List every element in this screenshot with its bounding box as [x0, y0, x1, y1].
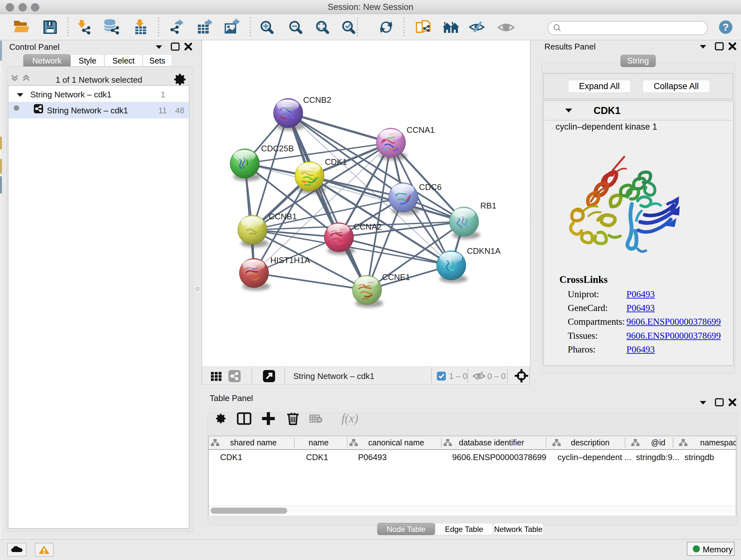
svg-text:CCNB2: CCNB2 [303, 95, 331, 105]
svg-text:CCNB1: CCNB1 [269, 212, 297, 221]
svg-text:0 – 0: 0 – 0 [487, 371, 506, 381]
svg-text:canonical name: canonical name [368, 438, 424, 447]
svg-text:CDKN1A: CDKN1A [467, 246, 501, 256]
svg-text:@id: @id [651, 438, 665, 447]
svg-text:1 – 0: 1 – 0 [449, 371, 468, 381]
svg-text:database identifier: database identifier [459, 438, 524, 447]
svg-text:CCNA2: CCNA2 [354, 222, 382, 232]
svg-text:name: name [309, 438, 329, 447]
svg-text:RB1: RB1 [480, 201, 496, 210]
svg-text:CDC25B: CDC25B [261, 144, 294, 153]
svg-text:f(x): f(x) [341, 412, 358, 425]
svg-text:CDC6: CDC6 [419, 182, 442, 192]
svg-text:shared name: shared name [230, 438, 277, 447]
svg-text:namespace: namespace [700, 438, 736, 447]
svg-text:HIST1H1A: HIST1H1A [270, 255, 310, 265]
svg-text:CDK1: CDK1 [325, 157, 347, 167]
svg-text:CCNA1: CCNA1 [407, 125, 434, 135]
svg-text:description: description [571, 438, 610, 447]
svg-text:CCNE1: CCNE1 [382, 272, 410, 282]
svg-text:?: ? [723, 21, 729, 33]
svg-text:String Network – cdk1: String Network – cdk1 [293, 371, 374, 381]
